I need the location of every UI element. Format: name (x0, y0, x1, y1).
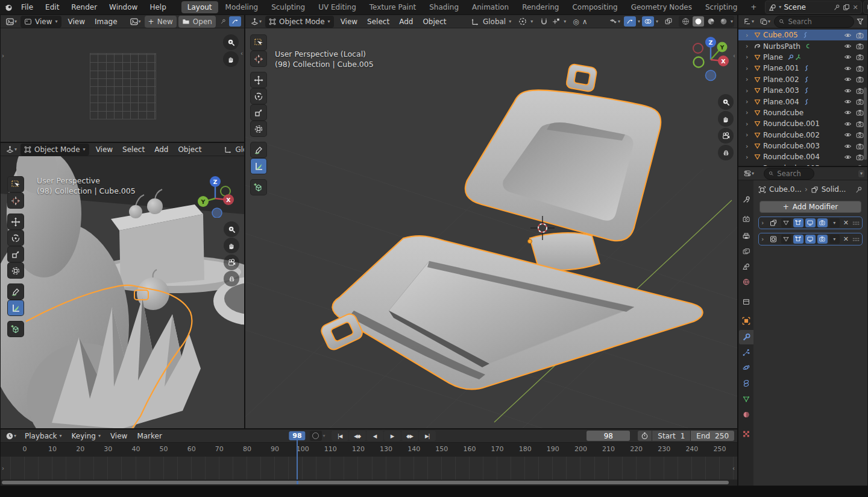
editor-type-dropdown[interactable]: ▾ (4, 144, 19, 155)
modifier-extras-dropdown[interactable]: ▾ (829, 218, 840, 227)
workspace-tab[interactable]: Shading (423, 1, 465, 13)
scale-tool[interactable] (8, 247, 24, 262)
pivot-point-dropdown[interactable] (518, 17, 527, 26)
image-datablock-dropdown[interactable]: ▾ (128, 16, 143, 27)
panel-toggle-arrow[interactable]: › (2, 465, 4, 472)
annotate-tool[interactable] (251, 142, 266, 157)
hide-in-viewport-eye-toggle[interactable] (844, 154, 852, 160)
selectability-visibility-dropdown[interactable]: ▾ (607, 16, 622, 27)
workspace-tab[interactable]: Geometry Nodes (625, 1, 698, 13)
pan-hand-button[interactable] (223, 51, 239, 67)
modifier-row[interactable]: › ▾ ✕ (758, 217, 863, 229)
edit-mode-toggle[interactable] (793, 235, 804, 244)
viewport-menu[interactable]: Object (173, 144, 206, 155)
tab-output[interactable] (739, 229, 753, 243)
mode-dropdown[interactable]: Object Mode▾ (20, 144, 89, 156)
add-cube-tool[interactable] (8, 321, 24, 337)
expand-chevron[interactable]: › (746, 42, 752, 50)
scale-tool[interactable] (251, 105, 266, 120)
workspace-tab[interactable]: Rendering (516, 1, 565, 13)
timeline-menu[interactable]: View▾ (105, 431, 132, 442)
hide-in-viewport-eye-toggle[interactable] (844, 143, 852, 150)
shading-solid-button[interactable] (693, 16, 704, 27)
measure-tool[interactable] (8, 300, 24, 315)
hide-in-viewport-eye-toggle[interactable] (844, 43, 852, 49)
transform-tool[interactable] (8, 263, 24, 278)
orientation-dropdown[interactable]: Global (483, 17, 506, 26)
workspace-tab[interactable]: Sculpting (265, 1, 311, 13)
viewport-main-canvas[interactable] (245, 28, 737, 428)
new-image-button[interactable]: +New (145, 16, 177, 28)
expand-chevron[interactable]: › (746, 53, 752, 61)
panel-toggle-arrow[interactable]: ‹ (733, 52, 735, 59)
proportional-editing-toggle[interactable]: ◎ (573, 17, 579, 26)
select-box-tool[interactable] (251, 35, 266, 50)
disable-in-renders-camera-toggle[interactable] (856, 143, 864, 150)
hide-in-viewport-eye-toggle[interactable] (844, 109, 852, 116)
measure-tool[interactable] (251, 159, 266, 174)
properties-search-input[interactable] (776, 169, 809, 179)
snap-magnet-icon[interactable] (539, 17, 549, 26)
hide-in-viewport-eye-toggle[interactable] (844, 65, 852, 72)
orientation-dropdown[interactable]: Global (235, 145, 244, 154)
navigation-gizmo[interactable]: Z Y X (197, 174, 237, 218)
next-keyframe-button[interactable]: ◆▶ (401, 431, 418, 441)
show-gizmo-toggle[interactable] (624, 16, 636, 27)
auto-keying-toggle[interactable] (310, 431, 322, 441)
tab-scene[interactable] (739, 259, 753, 274)
play-button[interactable]: ▶ (384, 431, 401, 441)
tab-collection[interactable] (739, 294, 753, 309)
disable-in-renders-camera-toggle[interactable] (856, 76, 864, 83)
image-editor-canvas[interactable]: › ‹ (1, 28, 244, 142)
outliner-row[interactable]: › Plane.001 (738, 63, 867, 74)
navigation-gizmo[interactable]: Z Y X (691, 36, 731, 81)
hide-in-viewport-eye-toggle[interactable] (844, 131, 852, 138)
outliner-display-mode-dropdown[interactable]: ▾ (741, 16, 756, 27)
modifier-row[interactable]: › ▾ ✕ (758, 233, 863, 245)
add-modifier-button[interactable]: + Add Modifier (760, 201, 861, 213)
delete-modifier-button[interactable]: ✕ (841, 219, 851, 227)
timeline-ruler[interactable]: 0102030405060708090100110120130140150160… (1, 443, 737, 457)
zoom-button[interactable] (224, 221, 239, 237)
drag-handle[interactable] (852, 220, 860, 226)
shading-rendered-button[interactable] (718, 16, 729, 27)
add-cube-tool[interactable] (251, 180, 266, 195)
outliner-row[interactable]: › Roundcube.003 (738, 141, 867, 151)
unlink-icon[interactable]: ✕ (852, 4, 858, 11)
topbar-menu[interactable]: Edit (40, 2, 64, 13)
realtime-display-toggle[interactable] (805, 218, 816, 227)
properties-options-dropdown[interactable]: ▾ (858, 170, 864, 177)
viewport-menu[interactable]: Add (394, 16, 418, 27)
playhead[interactable]: 98 (297, 431, 298, 480)
move-tool[interactable] (251, 72, 266, 87)
zoom-button[interactable] (223, 34, 239, 50)
viewport-menu[interactable]: Select (362, 16, 394, 27)
workspace-tab[interactable]: Modeling (219, 1, 265, 13)
panel-toggle-arrow[interactable]: ‹ (732, 465, 735, 472)
annotate-tool[interactable] (8, 284, 24, 299)
editor-type-dropdown[interactable]: ▾ (4, 16, 19, 27)
outliner-row[interactable]: › NurbsPath (738, 40, 867, 51)
breadcrumb-modifier[interactable]: Solid... (822, 185, 846, 194)
expand-chevron[interactable]: › (746, 153, 752, 161)
expand-chevron[interactable]: › (746, 131, 752, 139)
expand-chevron[interactable]: › (746, 31, 752, 39)
hide-in-viewport-eye-toggle[interactable] (844, 54, 852, 60)
editor-type-dropdown[interactable]: ▾ (4, 431, 18, 442)
expand-chevron[interactable]: › (761, 235, 767, 243)
outliner-row[interactable]: › Roundcube.004 (738, 151, 867, 162)
viewport-menu[interactable]: Add (149, 144, 173, 155)
tab-world[interactable] (739, 274, 753, 289)
properties-search[interactable] (764, 168, 814, 180)
end-frame-field[interactable]: End250 (691, 431, 734, 441)
on-cage-toggle[interactable] (781, 235, 791, 244)
outliner-row[interactable]: › Plane (738, 52, 867, 63)
on-cage-toggle[interactable] (781, 218, 791, 227)
workspace-tab[interactable]: UV Editing (312, 1, 362, 13)
image-mode-dropdown[interactable]: View▾ (20, 16, 61, 28)
disable-in-renders-camera-toggle[interactable] (856, 87, 864, 94)
workspace-tab[interactable]: Compositing (566, 1, 623, 13)
outliner-search[interactable] (774, 16, 854, 28)
render-toggle[interactable] (817, 218, 828, 227)
shading-material-button[interactable] (705, 16, 717, 27)
